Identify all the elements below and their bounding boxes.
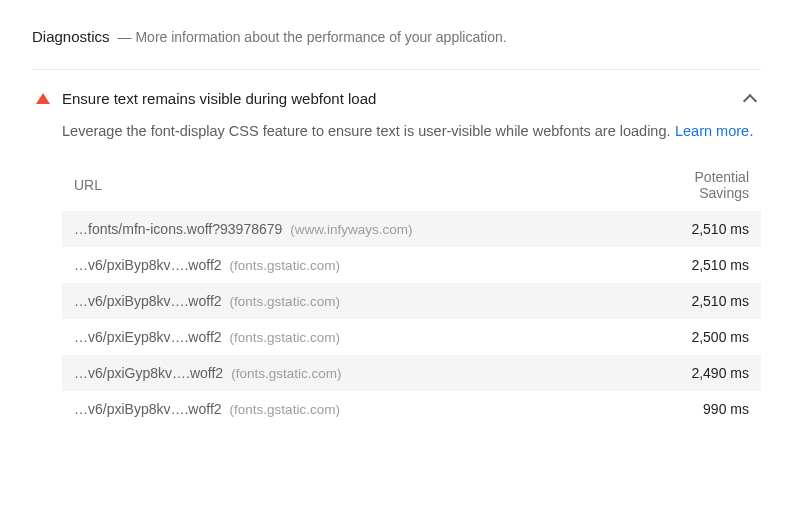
url-host: fonts.gstatic.com [230, 258, 340, 273]
col-savings-header: Potential Savings [669, 169, 749, 201]
warning-triangle-icon [36, 93, 50, 104]
url-path: …fonts/mfn-icons.woff?93978679 [74, 221, 282, 237]
table-header: URL Potential Savings [62, 169, 761, 211]
audit-title: Ensure text remains visible during webfo… [62, 90, 376, 107]
audit-body: Leverage the font-display CSS feature to… [32, 121, 761, 427]
url-host: fonts.gstatic.com [230, 330, 340, 345]
url-host: fonts.gstatic.com [230, 402, 340, 417]
audit-item: Ensure text remains visible during webfo… [32, 69, 761, 427]
url-cell: …v6/pxiByp8kv….woff2fonts.gstatic.com [74, 257, 340, 273]
table-row: …v6/pxiGyp8kv….woff2fonts.gstatic.com2,4… [62, 355, 761, 391]
table-row: …v6/pxiEyp8kv….woff2fonts.gstatic.com2,5… [62, 319, 761, 355]
url-path: …v6/pxiGyp8kv….woff2 [74, 365, 223, 381]
url-host: www.infyways.com [290, 222, 412, 237]
url-path: …v6/pxiByp8kv….woff2 [74, 293, 222, 309]
section-subtitle: More information about the performance o… [118, 29, 507, 45]
savings-cell: 2,490 ms [691, 365, 749, 381]
url-host: fonts.gstatic.com [231, 366, 341, 381]
url-cell: …v6/pxiByp8kv….woff2fonts.gstatic.com [74, 401, 340, 417]
table-body: …fonts/mfn-icons.woff?93978679www.infywa… [62, 211, 761, 427]
table-row: …v6/pxiByp8kv….woff2fonts.gstatic.com990… [62, 391, 761, 427]
section-title: Diagnostics [32, 28, 110, 45]
savings-table: URL Potential Savings …fonts/mfn-icons.w… [62, 169, 761, 427]
savings-cell: 2,510 ms [691, 221, 749, 237]
audit-toggle[interactable]: Ensure text remains visible during webfo… [32, 86, 761, 121]
table-row: …v6/pxiByp8kv….woff2fonts.gstatic.com2,5… [62, 283, 761, 319]
col-url-header: URL [74, 177, 102, 193]
url-cell: …v6/pxiByp8kv….woff2fonts.gstatic.com [74, 293, 340, 309]
table-row: …v6/pxiByp8kv….woff2fonts.gstatic.com2,5… [62, 247, 761, 283]
url-cell: …v6/pxiGyp8kv….woff2fonts.gstatic.com [74, 365, 341, 381]
url-cell: …fonts/mfn-icons.woff?93978679www.infywa… [74, 221, 413, 237]
url-path: …v6/pxiEyp8kv….woff2 [74, 329, 222, 345]
section-header: Diagnostics More information about the p… [32, 28, 761, 45]
savings-cell: 990 ms [703, 401, 749, 417]
savings-cell: 2,500 ms [691, 329, 749, 345]
savings-cell: 2,510 ms [691, 257, 749, 273]
url-path: …v6/pxiByp8kv….woff2 [74, 257, 222, 273]
learn-more-link[interactable]: Learn more [675, 123, 749, 139]
url-cell: …v6/pxiEyp8kv….woff2fonts.gstatic.com [74, 329, 340, 345]
url-host: fonts.gstatic.com [230, 294, 340, 309]
savings-cell: 2,510 ms [691, 293, 749, 309]
url-path: …v6/pxiByp8kv….woff2 [74, 401, 222, 417]
chevron-up-icon [743, 93, 757, 107]
table-row: …fonts/mfn-icons.woff?93978679www.infywa… [62, 211, 761, 247]
audit-description: Leverage the font-display CSS feature to… [62, 123, 671, 139]
